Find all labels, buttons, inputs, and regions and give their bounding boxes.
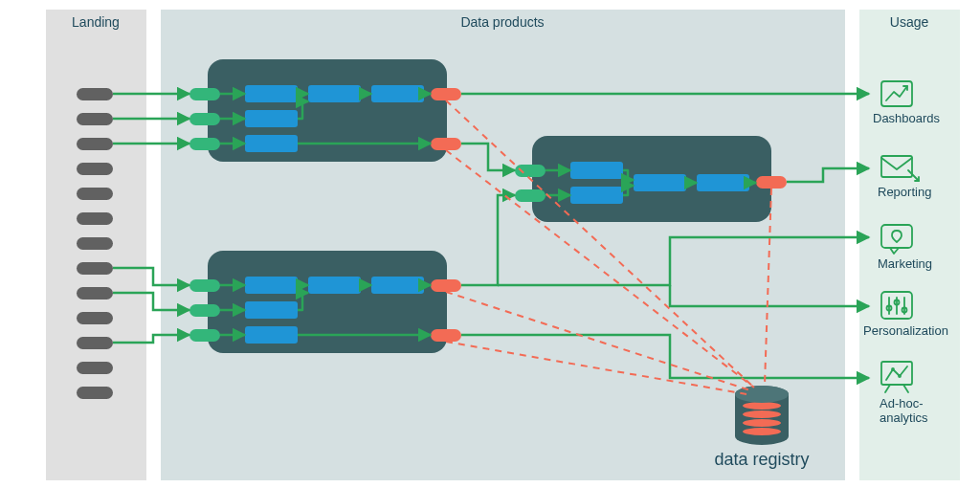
svg-rect-11: [77, 362, 113, 374]
svg-text:Reporting: Reporting: [878, 185, 931, 199]
svg-text:Dashboards: Dashboards: [873, 111, 941, 125]
svg-rect-22: [431, 88, 461, 100]
svg-rect-16: [189, 138, 220, 150]
data-products-title: Data products: [460, 14, 544, 30]
svg-rect-51: [570, 187, 623, 204]
svg-rect-8: [77, 287, 113, 299]
svg-rect-50: [570, 162, 623, 179]
svg-rect-6: [77, 237, 113, 250]
svg-rect-38: [245, 326, 298, 344]
product-box-top: [189, 59, 461, 162]
svg-rect-21: [245, 135, 298, 152]
svg-rect-12: [77, 387, 113, 399]
svg-rect-53: [697, 174, 749, 191]
svg-rect-32: [189, 304, 220, 317]
svg-point-68: [743, 419, 781, 427]
svg-rect-10: [77, 337, 113, 349]
svg-rect-4: [77, 188, 113, 200]
svg-rect-17: [245, 85, 298, 102]
svg-rect-19: [371, 85, 424, 102]
svg-point-69: [743, 428, 781, 435]
svg-point-66: [743, 402, 781, 410]
svg-rect-33: [189, 329, 220, 342]
svg-rect-2: [77, 138, 113, 150]
svg-rect-15: [189, 113, 220, 125]
svg-point-67: [743, 410, 781, 418]
svg-rect-0: [77, 88, 113, 100]
svg-rect-9: [77, 312, 113, 324]
data-registry-label: data registry: [714, 450, 809, 469]
svg-text:Personalization: Personalization: [863, 323, 948, 338]
svg-text:Ad-hoc-
      analytics: Ad-hoc- analytics: [880, 396, 928, 425]
svg-rect-1: [77, 113, 113, 125]
svg-rect-23: [431, 138, 461, 150]
product-box-right: [515, 136, 787, 222]
svg-rect-5: [77, 212, 113, 225]
svg-text:Marketing: Marketing: [878, 256, 932, 271]
svg-rect-13: [208, 59, 447, 162]
svg-rect-54: [756, 176, 787, 189]
product-box-bottom: [189, 251, 461, 353]
svg-rect-3: [77, 163, 113, 175]
svg-rect-18: [308, 85, 361, 102]
landing-title: Landing: [72, 14, 120, 30]
svg-rect-35: [308, 277, 361, 294]
svg-rect-36: [371, 277, 424, 294]
svg-rect-37: [245, 301, 298, 319]
svg-rect-7: [77, 262, 113, 275]
svg-rect-40: [431, 329, 461, 342]
svg-rect-48: [515, 165, 546, 177]
architecture-diagram: Landing Data products Usage: [0, 0, 980, 488]
svg-rect-30: [208, 251, 447, 353]
svg-rect-20: [245, 110, 298, 127]
svg-rect-14: [189, 88, 220, 100]
svg-rect-39: [431, 279, 461, 292]
svg-rect-49: [515, 189, 546, 202]
svg-rect-31: [189, 279, 220, 292]
svg-rect-34: [245, 277, 298, 294]
usage-title: Usage: [890, 14, 929, 30]
svg-rect-52: [634, 174, 686, 191]
